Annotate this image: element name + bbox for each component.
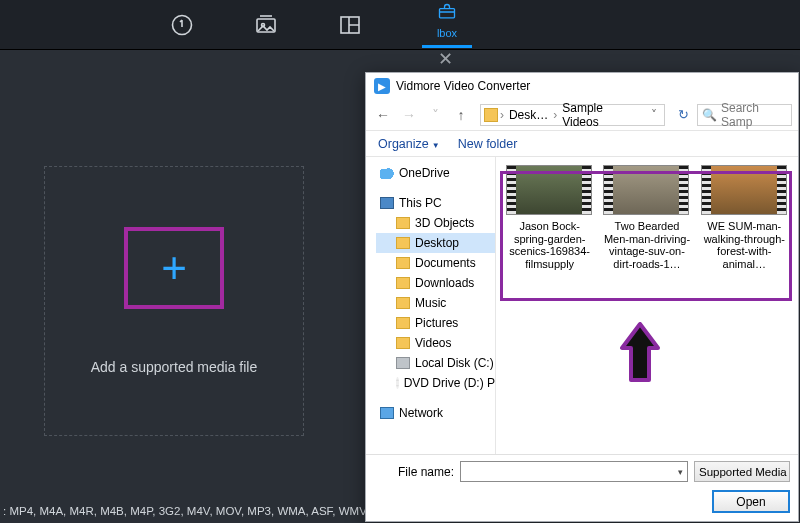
dialog-navbar: ← → ˅ ↑ › Desk… › Sample Videos ˅ ↻ 🔍 Se… (366, 99, 798, 131)
dialog-toolbar: Organize▼ New folder (366, 131, 798, 157)
nav-up-icon[interactable]: ↑ (450, 107, 472, 123)
tree-local-disk[interactable]: Local Disk (C:) (376, 353, 495, 373)
breadcrumb-sep: › (500, 108, 504, 122)
folder-icon (484, 108, 498, 122)
folder-icon (396, 317, 410, 329)
organize-menu[interactable]: Organize▼ (378, 137, 440, 151)
convert-icon[interactable] (170, 13, 194, 37)
dialog-title: Vidmore Video Converter (396, 79, 530, 93)
folder-icon (396, 257, 410, 269)
search-placeholder: Search Samp (721, 101, 787, 129)
folder-icon (396, 237, 410, 249)
dropzone[interactable]: + Add a supported media file (44, 166, 304, 436)
tree-network[interactable]: Network (376, 403, 495, 423)
tree-music[interactable]: Music (376, 293, 495, 313)
layout-icon[interactable] (338, 13, 362, 37)
chevron-down-icon[interactable]: ˅ (424, 107, 446, 123)
supported-formats-line: : MP4, M4A, M4R, M4B, M4P, 3G2, M4V, MOV… (3, 505, 369, 517)
breadcrumb-item[interactable]: Sample Videos (559, 101, 645, 129)
file-list-pane: Jason Bock-spring-garden-scenics-169834-… (496, 157, 798, 454)
annotation-arrow-icon (616, 322, 664, 384)
chevron-down-icon: ▾ (678, 467, 683, 477)
tree-desktop[interactable]: Desktop (376, 233, 495, 253)
chevron-down-icon[interactable]: ˅ (647, 108, 661, 122)
tree-dvd-drive[interactable]: DVD Drive (D:) P (376, 373, 495, 393)
file-type-dropdown[interactable]: Supported Media (694, 461, 790, 482)
selection-highlight (500, 171, 792, 301)
tree-3d-objects[interactable]: 3D Objects (376, 213, 495, 233)
plus-icon: + (161, 246, 187, 290)
folder-icon (396, 297, 410, 309)
svg-rect-4 (440, 8, 455, 17)
file-name-label: File name: (374, 465, 454, 479)
tree-documents[interactable]: Documents (376, 253, 495, 273)
tree-onedrive[interactable]: OneDrive (376, 163, 495, 183)
dialog-bottom-bar: File name: ▾ Supported Media Open (366, 454, 798, 521)
breadcrumb-sep: › (553, 108, 557, 122)
add-media-box[interactable]: + (124, 227, 224, 309)
pc-icon (380, 197, 394, 209)
tree-downloads[interactable]: Downloads (376, 273, 495, 293)
refresh-icon[interactable]: ↻ (673, 107, 693, 122)
tree-videos[interactable]: Videos (376, 333, 495, 353)
tree-pictures[interactable]: Pictures (376, 313, 495, 333)
nav-forward-icon[interactable]: → (398, 107, 420, 123)
gallery-icon[interactable] (254, 13, 278, 37)
nav-back-icon[interactable]: ← (372, 107, 394, 123)
new-folder-button[interactable]: New folder (458, 137, 518, 151)
search-icon: 🔍 (702, 108, 717, 122)
search-input[interactable]: 🔍 Search Samp (697, 104, 792, 126)
open-button[interactable]: Open (712, 490, 790, 513)
close-icon[interactable]: ✕ (438, 48, 453, 70)
address-bar[interactable]: › Desk… › Sample Videos ˅ (480, 104, 665, 126)
tree-this-pc[interactable]: This PC (376, 193, 495, 213)
folder-tree: OneDrive This PC 3D Objects Desktop Docu… (366, 157, 496, 454)
dvd-icon (396, 377, 399, 389)
toolbox-icon (435, 2, 459, 25)
dialog-titlebar: ▶ Vidmore Video Converter (366, 73, 798, 99)
breadcrumb-item[interactable]: Desk… (506, 108, 551, 122)
workspace: + Add a supported media file (0, 60, 360, 490)
file-open-dialog: ▶ Vidmore Video Converter ← → ˅ ↑ › Desk… (365, 72, 799, 522)
folder-icon (396, 277, 410, 289)
drop-instruction: Add a supported media file (91, 359, 258, 375)
app-icon: ▶ (374, 78, 390, 94)
cloud-icon (380, 167, 394, 179)
folder-icon (396, 217, 410, 229)
app-top-nav: lbox (0, 0, 800, 50)
toolbox-tab[interactable]: lbox (422, 2, 472, 48)
network-icon (380, 407, 394, 419)
folder-icon (396, 337, 410, 349)
disk-icon (396, 357, 410, 369)
toolbox-tab-label: lbox (437, 27, 457, 39)
file-name-input[interactable]: ▾ (460, 461, 688, 482)
